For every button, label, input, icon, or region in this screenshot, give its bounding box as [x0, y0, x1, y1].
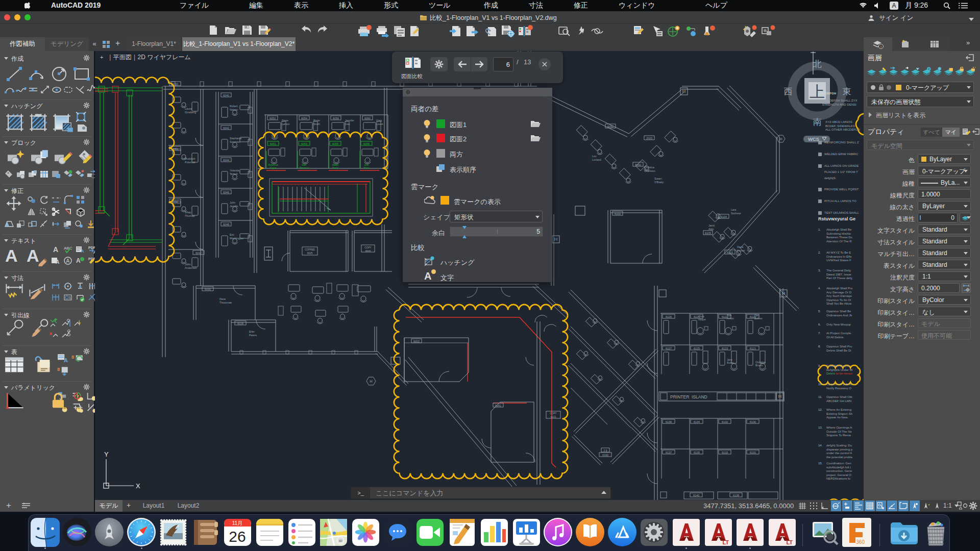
svg-text:Klein: Klein — [364, 167, 370, 169]
svg-text:6123: 6123 — [722, 347, 728, 350]
svg-text:6044: 6044 — [223, 159, 229, 162]
svg-text:6130: 6130 — [750, 420, 756, 423]
svg-text:H: H — [554, 237, 558, 242]
svg-text:Lovland: Lovland — [592, 158, 601, 161]
svg-text:+: + — [100, 54, 103, 60]
svg-text:John: John — [230, 201, 235, 204]
svg-text:2023: 2023 — [646, 137, 652, 140]
svg-text:Aldo: Aldo — [708, 228, 714, 231]
svg-text:H: H — [778, 394, 782, 399]
svg-text:6048: 6048 — [223, 223, 229, 226]
svg-text:6105: 6105 — [705, 232, 711, 235]
svg-text:11月: 11月 — [232, 520, 242, 526]
svg-text:Christina: Christina — [644, 166, 654, 169]
svg-text:Greg: Greg — [376, 119, 382, 122]
svg-text:ABC: ABC — [64, 246, 72, 251]
svg-text:Laura: Laura — [185, 107, 192, 110]
svg-text:3D: 3D — [338, 539, 342, 542]
svg-text:Keyser: Keyser — [737, 249, 745, 252]
svg-text:6090: 6090 — [607, 125, 614, 128]
svg-text:6101: 6101 — [551, 416, 556, 418]
svg-text:COPY: COPY — [550, 412, 557, 415]
svg-text:1: 1 — [69, 296, 71, 299]
svg-text:6092: 6092 — [635, 163, 641, 166]
svg-text:X: X — [136, 482, 140, 490]
svg-text:A: A — [64, 357, 68, 363]
svg-text:6060: 6060 — [364, 117, 371, 120]
svg-text:8: 8 — [71, 354, 75, 360]
svg-text:Yolanda: Yolanda — [230, 169, 239, 172]
svg-text:6138: 6138 — [733, 494, 739, 497]
svg-text:Shannon: Shannon — [299, 167, 309, 169]
svg-text:Brown: Brown — [755, 364, 763, 367]
svg-text:6030: 6030 — [205, 288, 211, 291]
svg-text:Maeri: Maeri — [332, 164, 338, 166]
svg-text:東: 東 — [843, 87, 851, 96]
svg-text:Gupta: Gupta — [270, 167, 276, 169]
svg-text:6025: 6025 — [307, 252, 313, 255]
svg-text:360: 360 — [856, 539, 865, 545]
svg-text:Dana: Dana — [737, 245, 743, 248]
svg-text:6127: 6127 — [666, 347, 672, 350]
svg-text:北: 北 — [813, 59, 822, 69]
svg-text:Dave: Dave — [219, 297, 226, 300]
svg-text:A: A — [81, 248, 84, 254]
svg-text:6040: 6040 — [223, 94, 229, 97]
svg-text:Thoovmas: Thoovmas — [219, 301, 232, 304]
svg-text:6140: 6140 — [693, 494, 699, 497]
svg-text:6160: 6160 — [602, 454, 608, 457]
svg-text:Thomas: Thomas — [185, 214, 195, 217]
svg-text:6042: 6042 — [195, 252, 202, 255]
svg-text:6136: 6136 — [666, 420, 672, 423]
svg-text:A: A — [66, 258, 70, 264]
svg-text:6058: 6058 — [363, 142, 370, 145]
svg-text:Rebecca: Rebecca — [268, 164, 278, 166]
svg-text:6135: 6135 — [694, 451, 700, 454]
svg-text:LT: LT — [786, 539, 793, 545]
svg-text:Lara: Lara — [731, 208, 736, 211]
svg-text:6161: 6161 — [495, 404, 501, 407]
svg-text:WCS: WCS — [808, 136, 819, 142]
svg-text:Felton: Felton — [727, 317, 734, 320]
svg-text:Joel: Joel — [364, 164, 369, 166]
svg-text:Jamb: Jamb — [708, 224, 715, 227]
svg-text:6125: 6125 — [694, 347, 700, 350]
svg-text:Roxie: Roxie — [313, 119, 320, 122]
svg-text:6054: 6054 — [301, 117, 307, 120]
svg-text:Lou: Lou — [592, 155, 597, 158]
svg-text:6006: 6006 — [365, 250, 371, 253]
svg-text:6103: 6103 — [727, 251, 733, 254]
svg-text:Peters: Peters — [249, 334, 257, 337]
svg-text:6132: 6132 — [722, 420, 728, 423]
svg-text:6055: 6055 — [332, 142, 338, 145]
svg-text:6046: 6046 — [223, 191, 229, 194]
svg-text:Erler: Erler — [249, 330, 255, 333]
svg-text:Nelson: Nelson — [230, 108, 238, 111]
svg-text:Y: Y — [104, 450, 109, 458]
svg-text:6126: 6126 — [666, 315, 672, 318]
svg-text:6131: 6131 — [750, 451, 756, 454]
svg-text:Susan: Susan — [654, 177, 662, 180]
svg-text:上: 上 — [810, 83, 825, 100]
svg-text:Sochese: Sochese — [731, 212, 741, 215]
svg-text:A: A — [76, 257, 81, 264]
svg-text:A: A — [56, 259, 59, 265]
svg-text:Larson: Larson — [282, 122, 290, 126]
svg-text:PRINTER ISLAND: PRINTER ISLAND — [670, 394, 707, 399]
svg-text:Burkes: Burkes — [754, 317, 763, 320]
svg-text:6121: 6121 — [750, 347, 756, 350]
svg-text:｜平面図｜2D ワイヤフレーム: ｜平面図｜2D ワイヤフレーム — [107, 54, 191, 61]
svg-text:Jennifer: Jennifer — [345, 119, 354, 122]
svg-text:6042: 6042 — [223, 127, 229, 130]
svg-text:O'Brady: O'Brady — [654, 181, 664, 184]
svg-text:6051: 6051 — [270, 142, 276, 145]
svg-text:8: 8 — [57, 366, 60, 372]
svg-text:Lovett: Lovett — [376, 122, 383, 126]
svg-text:6133: 6133 — [722, 451, 728, 454]
svg-text:26: 26 — [229, 528, 246, 545]
svg-text:LT: LT — [722, 539, 729, 545]
svg-text:H: H — [779, 137, 782, 141]
svg-text:A: A — [53, 245, 58, 254]
svg-text:南: 南 — [813, 117, 822, 127]
svg-text:COPY: COPY — [364, 246, 372, 249]
